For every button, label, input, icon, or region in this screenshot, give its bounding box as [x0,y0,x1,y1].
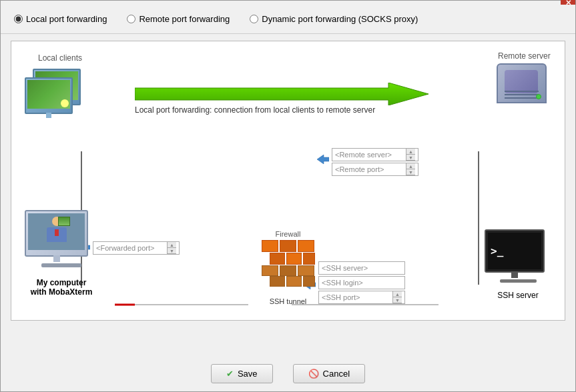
ssh-login-input[interactable]: <SSH login> [318,276,405,289]
monitor-stand [46,113,51,118]
remote-server-icon [491,63,551,117]
brick11 [286,276,302,287]
remote-server-input[interactable]: <Remote server> ▲ ▼ [332,148,418,161]
remote-server-area: Remote server [491,51,551,105]
server-line3 [505,91,539,92]
ssh-tunnel-label: SSH tunnel [270,297,307,305]
radio-dynamic-input[interactable] [250,15,258,23]
brick9 [298,265,314,276]
ssh-monitor: >_ [485,229,545,273]
ssh-base [500,279,537,283]
brick1 [262,240,278,252]
monitor-front [25,77,73,114]
local-clients-area: Local clients [25,53,85,107]
brick3 [298,240,314,252]
remote-arrow-icon [317,155,329,166]
brick6 [303,253,315,265]
save-button[interactable]: ✔ Save [211,364,273,383]
forwarded-port-input[interactable]: <Forwarded port> ▲ ▼ [93,241,180,255]
diagram-area: Local clients [11,41,565,321]
local-clients-label: Local clients [38,53,82,63]
person-icon [43,217,70,247]
save-label: Save [238,369,258,379]
radio-bar: Local port forwarding Remote port forwar… [1,5,575,34]
terminal-prompt: >_ [491,245,539,257]
mypc-base [41,263,81,267]
server-line2 [505,94,539,95]
ssh-screen: >_ [488,233,541,269]
footer: ✔ Save 🚫 Cancel [1,356,575,391]
spinner-up4[interactable]: ▲ [393,291,402,297]
spinner-down[interactable]: ▼ [406,155,415,161]
ssh-port-spinner[interactable]: ▲ ▼ [392,291,402,303]
screen-icon [61,99,69,107]
ssh-server-area: >_ SSH server [485,229,551,300]
remote-port-input[interactable]: <Remote port> ▲ ▼ [332,163,418,176]
spinner-up2[interactable]: ▲ [406,163,415,169]
mypc-screen [28,213,85,250]
cancel-icon: 🚫 [308,369,319,379]
spinner-up3[interactable]: ▲ [168,242,176,248]
save-icon: ✔ [226,369,234,379]
radio-remote-input[interactable] [127,15,135,23]
server-disk [505,70,538,93]
ssh-port-input[interactable]: <SSH port> ▲ ▼ [318,291,405,304]
ssh-server-input[interactable]: <SSH server> [318,261,405,275]
radio-dynamic[interactable]: Dynamic port forwarding (SOCKS proxy) [250,14,418,24]
my-computer-area: My computer with MobaXterm [25,210,98,297]
main-window: ✕ Local port forwarding Remote port forw… [0,0,576,392]
spinner-down4[interactable]: ▼ [393,297,402,303]
brick7 [262,265,278,276]
ssh-server-label: SSH server [485,291,551,300]
firewall-icon [262,240,315,287]
brick10 [270,276,285,287]
mypc-stand [53,255,60,262]
radio-remote-label: Remote port forwarding [139,14,230,24]
remote-server-spinner[interactable]: ▲ ▼ [406,149,415,161]
remote-port-spinner[interactable]: ▲ ▼ [406,163,415,175]
brick5 [286,253,302,265]
firewall-bot2 [270,276,315,287]
monitor-front-screen [27,80,70,109]
firewall-area: Firewall [262,230,315,287]
brick8 [280,265,296,276]
ssh-stand [511,271,518,278]
radio-local-label: Local port forwarding [26,14,107,24]
my-computer-icon [25,210,98,277]
firewall-bot1 [262,265,315,276]
firewall-top [262,240,315,252]
remote-server-inputs: <Remote server> ▲ ▼ <Remote port> ▲ ▼ [332,148,418,176]
server-body [497,63,547,103]
server-line1 [505,97,539,99]
forwarded-port-spinner[interactable]: ▲ ▼ [167,242,176,254]
firewall-label: Firewall [262,230,315,238]
main-content: Local clients [1,34,575,356]
radio-local[interactable]: Local port forwarding [14,14,107,24]
remote-server-label: Remote server [498,51,551,61]
mypc-monitor [25,210,88,257]
spinner-up[interactable]: ▲ [406,149,415,155]
green-arrow-svg [135,83,428,105]
firewall-mid [270,253,315,265]
svg-marker-6 [317,155,329,164]
brick12 [303,276,315,287]
person-body [47,227,67,242]
brick4 [270,253,285,265]
ssh-inputs-area: <SSH server> <SSH login> <SSH port> ▲ ▼ [318,261,405,304]
my-computer-label: My computer with MobaXterm [25,278,98,297]
cancel-label: Cancel [323,369,350,379]
server-indicator [536,94,541,99]
spinner-down3[interactable]: ▼ [168,248,176,254]
arrow-description: Local port forwarding: connection from l… [135,105,375,115]
local-clients-icon [25,65,85,119]
spinner-down2[interactable]: ▼ [406,169,415,175]
cancel-button[interactable]: 🚫 Cancel [293,364,365,383]
screen-thumb [58,217,70,226]
radio-remote[interactable]: Remote port forwarding [127,14,230,24]
ssh-server-icon: >_ [485,229,551,289]
svg-marker-5 [135,83,428,105]
brick2 [280,240,296,252]
person-tie [55,229,59,236]
radio-local-input[interactable] [14,15,23,23]
radio-dynamic-label: Dynamic port forwarding (SOCKS proxy) [262,14,418,24]
